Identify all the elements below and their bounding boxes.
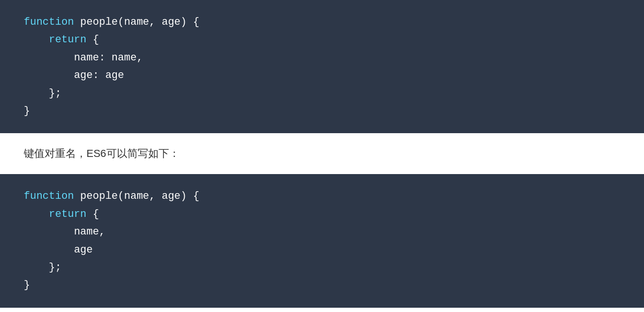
code-block-1: function people(name, age) { return { na… — [0, 0, 644, 133]
code-block-2-content: function people(name, age) { return { na… — [24, 187, 620, 294]
code-block-2: function people(name, age) { return { na… — [0, 174, 644, 307]
separator-text: 键值对重名，ES6可以简写如下： — [24, 146, 620, 161]
code-block-1-content: function people(name, age) { return { na… — [24, 13, 620, 120]
separator-section: 键值对重名，ES6可以简写如下： — [0, 133, 644, 174]
page-container: function people(name, age) { return { na… — [0, 0, 644, 308]
